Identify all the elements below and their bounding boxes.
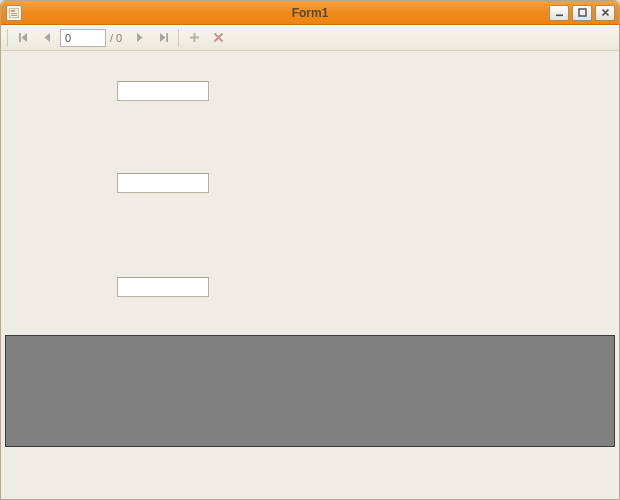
textbox-2[interactable] bbox=[117, 173, 209, 193]
minimize-icon bbox=[555, 8, 564, 17]
app-window: Form1 / 0 bbox=[0, 0, 620, 500]
svg-rect-3 bbox=[11, 15, 17, 16]
svg-rect-5 bbox=[579, 9, 586, 16]
titlebar: Form1 bbox=[1, 1, 619, 25]
move-previous-button[interactable] bbox=[36, 27, 58, 49]
maximize-icon bbox=[578, 8, 587, 17]
svg-rect-1 bbox=[11, 10, 15, 12]
move-last-icon bbox=[157, 31, 170, 44]
svg-rect-6 bbox=[19, 33, 21, 42]
form-body bbox=[1, 51, 619, 499]
move-next-icon bbox=[133, 31, 146, 44]
window-controls bbox=[549, 5, 619, 21]
form-icon bbox=[6, 5, 22, 21]
move-first-button[interactable] bbox=[12, 27, 34, 49]
add-new-button[interactable] bbox=[183, 27, 205, 49]
close-button[interactable] bbox=[595, 5, 615, 21]
svg-rect-2 bbox=[11, 13, 17, 14]
svg-rect-7 bbox=[166, 33, 168, 42]
data-grid[interactable] bbox=[5, 335, 615, 447]
move-next-button[interactable] bbox=[128, 27, 150, 49]
textbox-1[interactable] bbox=[117, 81, 209, 101]
delete-button[interactable] bbox=[207, 27, 229, 49]
window-title: Form1 bbox=[1, 6, 619, 20]
move-previous-icon bbox=[41, 31, 54, 44]
position-input[interactable] bbox=[60, 29, 106, 47]
separator bbox=[178, 29, 179, 47]
plus-icon bbox=[188, 31, 201, 44]
minimize-button[interactable] bbox=[549, 5, 569, 21]
move-first-icon bbox=[17, 31, 30, 44]
separator bbox=[7, 29, 8, 47]
count-label: / 0 bbox=[108, 32, 126, 44]
delete-icon bbox=[212, 31, 225, 44]
svg-rect-9 bbox=[190, 37, 199, 39]
move-last-button[interactable] bbox=[152, 27, 174, 49]
binding-navigator: / 0 bbox=[1, 25, 619, 51]
svg-rect-4 bbox=[556, 15, 563, 17]
maximize-button[interactable] bbox=[572, 5, 592, 21]
close-icon bbox=[601, 8, 610, 17]
textbox-3[interactable] bbox=[117, 277, 209, 297]
